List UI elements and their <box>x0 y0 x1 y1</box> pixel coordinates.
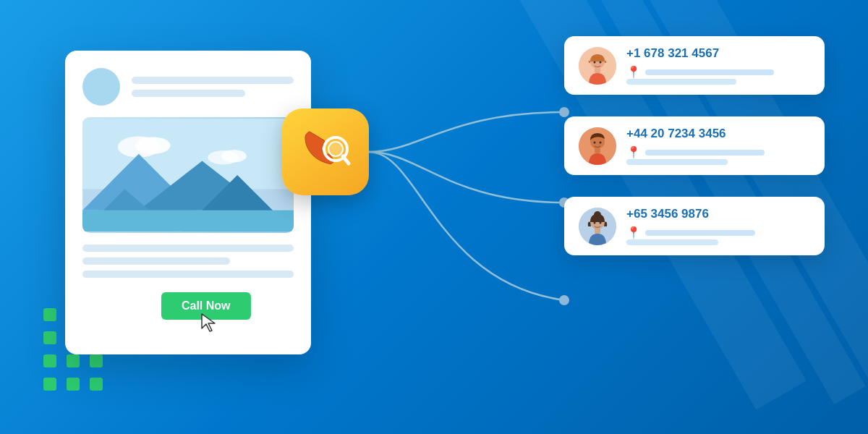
contact-cards-container: +1 678 321 4567 📍 <box>564 36 825 255</box>
card-text-lines <box>82 244 294 278</box>
contact-avatar-1 <box>579 47 616 85</box>
svg-point-16 <box>559 295 569 305</box>
svg-rect-10 <box>82 210 294 231</box>
location-row-3: 📍 <box>626 226 810 239</box>
contact-info-2: +44 20 7234 3456 📍 <box>626 127 810 165</box>
contact-avatar-3 <box>579 208 616 245</box>
contact-card-3: +65 3456 9876 📍 <box>564 197 825 255</box>
text-line-3 <box>82 271 294 278</box>
location-pin-1: 📍 <box>626 65 641 79</box>
location-row-1: 📍 <box>626 65 810 79</box>
card-header-lines <box>132 77 294 97</box>
svg-point-5 <box>221 150 247 163</box>
svg-rect-19 <box>595 67 600 73</box>
phone-lookup-icon <box>282 109 369 195</box>
card-header <box>82 68 294 106</box>
cursor-icon <box>200 312 218 333</box>
location-pin-2: 📍 <box>626 145 641 159</box>
location-row-2: 📍 <box>626 145 810 159</box>
svg-point-26 <box>600 141 602 143</box>
card-image <box>82 117 294 233</box>
svg-point-21 <box>600 61 602 63</box>
header-line-1 <box>132 77 294 84</box>
profile-avatar <box>82 68 120 106</box>
svg-point-32 <box>600 221 602 224</box>
contact-phone-2: +44 20 7234 3456 <box>626 127 810 141</box>
contact-detail-line-3 <box>626 239 718 245</box>
contact-phone-1: +1 678 321 4567 <box>626 46 810 61</box>
svg-point-12 <box>328 142 343 156</box>
profile-card: Call Now <box>65 51 311 354</box>
svg-rect-24 <box>595 148 600 153</box>
svg-point-20 <box>594 61 596 63</box>
svg-point-25 <box>594 141 596 143</box>
contact-info-3: +65 3456 9876 📍 <box>626 207 810 245</box>
svg-point-29 <box>594 211 601 218</box>
header-line-2 <box>132 90 245 97</box>
contact-card-2: +44 20 7234 3456 📍 <box>564 116 825 175</box>
contact-info-1: +1 678 321 4567 📍 <box>626 46 810 85</box>
contact-detail-line-1 <box>626 79 736 85</box>
text-line-1 <box>82 244 294 252</box>
text-line-2 <box>82 258 230 265</box>
contact-location-line-3 <box>645 230 755 236</box>
svg-point-31 <box>594 221 596 224</box>
contact-phone-3: +65 3456 9876 <box>626 207 810 221</box>
contact-avatar-2 <box>579 127 616 165</box>
contact-location-line-2 <box>645 150 765 156</box>
contact-location-line-1 <box>645 69 774 75</box>
location-pin-3: 📍 <box>626 226 641 239</box>
svg-point-3 <box>135 137 171 153</box>
contact-detail-line-2 <box>626 159 728 165</box>
contact-card-1: +1 678 321 4567 📍 <box>564 36 825 95</box>
svg-rect-30 <box>595 228 600 234</box>
svg-line-13 <box>343 156 349 163</box>
